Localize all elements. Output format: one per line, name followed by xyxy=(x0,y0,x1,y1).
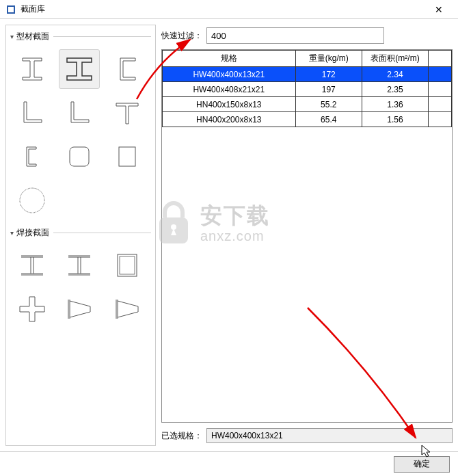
cell-area: 1.36 xyxy=(362,97,428,112)
filter-input[interactable] xyxy=(206,27,384,44)
cell-empty xyxy=(429,97,452,112)
shape-circle-tube[interactable] xyxy=(12,181,53,220)
svg-rect-3 xyxy=(119,147,135,166)
cell-empty xyxy=(429,112,452,127)
close-button[interactable]: ✕ xyxy=(425,4,453,15)
right-panel: 快速过滤： 规格 重量(kg/m) 表面积(m²/m) HW400x400x13… xyxy=(161,25,453,446)
spec-table-container: 规格 重量(kg/m) 表面积(m²/m) HW400x400x13x21172… xyxy=(161,49,453,423)
left-panel: ▾ 型材截面 xyxy=(5,25,156,446)
shape-welded-i-1[interactable] xyxy=(12,246,53,285)
cell-empty xyxy=(429,67,452,82)
shape-welded-i-2[interactable] xyxy=(59,246,100,285)
filter-label: 快速过滤： xyxy=(161,30,202,42)
cell-area: 1.56 xyxy=(362,112,428,127)
app-icon xyxy=(5,4,16,15)
shape-angle-2[interactable] xyxy=(59,93,100,133)
col-area[interactable]: 表面积(m²/m) xyxy=(362,51,428,67)
cell-empty xyxy=(429,82,452,97)
shape-i-narrow[interactable] xyxy=(12,49,53,89)
shape-rect-tube[interactable] xyxy=(107,137,148,176)
cell-weight: 197 xyxy=(295,82,362,97)
col-weight[interactable]: 重量(kg/m) xyxy=(295,51,362,67)
chevron-down-icon: ▾ xyxy=(10,33,14,40)
shape-i-wide[interactable] xyxy=(59,49,100,89)
chevron-down-icon: ▾ xyxy=(10,229,14,237)
window-title: 截面库 xyxy=(21,3,425,15)
cell-area: 2.34 xyxy=(362,67,428,82)
shape-taper-2[interactable] xyxy=(107,289,148,329)
shape-tee[interactable] xyxy=(107,93,148,133)
svg-rect-5 xyxy=(118,254,137,276)
cell-weight: 55.2 xyxy=(295,97,362,112)
shape-c-section[interactable] xyxy=(12,137,53,176)
cell-weight: 65.4 xyxy=(295,112,362,127)
table-row[interactable]: HW400x408x21x211972.35 xyxy=(163,82,452,97)
svg-rect-1 xyxy=(8,7,14,12)
shape-angle[interactable] xyxy=(12,93,53,133)
svg-rect-6 xyxy=(120,256,135,274)
svg-rect-2 xyxy=(70,147,89,166)
selected-spec-field xyxy=(206,428,453,443)
section-profile-header[interactable]: ▾ 型材截面 xyxy=(9,28,152,45)
cell-spec: HN400x200x8x13 xyxy=(163,112,296,127)
shape-cross[interactable] xyxy=(12,289,53,329)
cell-weight: 172 xyxy=(295,67,362,82)
footer: 确定 xyxy=(0,451,458,476)
table-row[interactable]: HW400x400x13x211722.34 xyxy=(163,67,452,82)
shape-welded-box[interactable] xyxy=(107,246,148,285)
titlebar: 截面库 ✕ xyxy=(0,0,458,19)
shape-channel[interactable] xyxy=(107,49,148,89)
selected-label: 已选规格： xyxy=(161,430,202,442)
cell-spec: HW400x408x21x21 xyxy=(163,82,296,97)
col-spec[interactable]: 规格 xyxy=(163,51,296,67)
spec-table: 规格 重量(kg/m) 表面积(m²/m) HW400x400x13x21172… xyxy=(162,50,452,127)
col-empty xyxy=(429,51,452,67)
svg-point-4 xyxy=(20,188,44,213)
cell-area: 2.35 xyxy=(362,82,428,97)
table-row[interactable]: HN400x200x8x1365.41.56 xyxy=(163,112,452,127)
table-row[interactable]: HN400x150x8x1355.21.36 xyxy=(163,97,452,112)
section-profile-label: 型材截面 xyxy=(16,31,49,42)
cell-spec: HW400x400x13x21 xyxy=(163,67,296,82)
section-welded-label: 焊接截面 xyxy=(16,227,49,239)
section-welded-header[interactable]: ▾ 焊接截面 xyxy=(9,224,152,241)
ok-button[interactable]: 确定 xyxy=(394,456,450,473)
profile-shapes-grid xyxy=(9,45,152,224)
shape-taper-1[interactable] xyxy=(59,289,100,329)
cell-spec: HN400x150x8x13 xyxy=(163,97,296,112)
welded-shapes-grid xyxy=(9,241,152,333)
shape-rect-tube-round[interactable] xyxy=(59,137,100,176)
